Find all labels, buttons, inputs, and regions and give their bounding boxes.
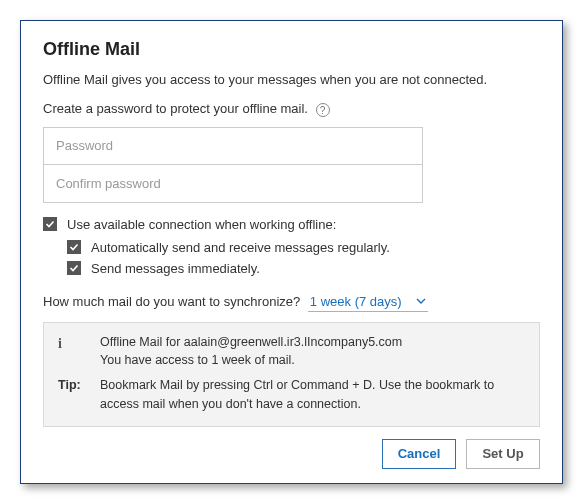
info-box: i Offline Mail for aalain@greenwell.ir3.… [43, 322, 540, 427]
password-label-row: Create a password to protect your offlin… [43, 101, 540, 117]
button-row: Cancel Set Up [43, 439, 540, 469]
setup-button[interactable]: Set Up [466, 439, 540, 469]
offline-mail-dialog: Offline Mail Offline Mail gives you acce… [20, 20, 563, 484]
sync-dropdown[interactable]: 1 week (7 days) [308, 292, 428, 312]
info-line1: Offline Mail for aalain@greenwell.ir3.lI… [100, 333, 525, 352]
sync-row: How much mail do you want to synchronize… [43, 292, 540, 312]
send-immediately-checkbox[interactable] [67, 261, 81, 275]
info-line2: You have access to 1 week of mail. [100, 351, 525, 370]
confirm-password-input[interactable] [43, 165, 423, 203]
auto-send-receive-label: Automatically send and receive messages … [91, 240, 390, 255]
password-label: Create a password to protect your offlin… [43, 101, 308, 116]
use-connection-checkbox[interactable] [43, 217, 57, 231]
send-immediately-label: Send messages immediately. [91, 261, 260, 276]
send-immediately-row: Send messages immediately. [67, 261, 540, 276]
chevron-down-icon [416, 296, 426, 306]
intro-text: Offline Mail gives you access to your me… [43, 72, 540, 87]
info-icon: i [58, 333, 62, 354]
auto-send-receive-checkbox[interactable] [67, 240, 81, 254]
auto-send-receive-row: Automatically send and receive messages … [67, 240, 540, 255]
tip-label: Tip: [58, 376, 100, 414]
use-connection-label: Use available connection when working of… [67, 217, 336, 232]
password-input[interactable] [43, 127, 423, 165]
use-connection-row: Use available connection when working of… [43, 217, 540, 232]
cancel-button[interactable]: Cancel [382, 439, 456, 469]
sync-selected-value: 1 week (7 days) [310, 294, 402, 309]
help-icon[interactable]: ? [316, 103, 330, 117]
sync-question: How much mail do you want to synchronize… [43, 294, 300, 309]
tip-body: Bookmark Mail by pressing Ctrl or Comman… [100, 376, 525, 414]
dialog-title: Offline Mail [43, 39, 540, 60]
